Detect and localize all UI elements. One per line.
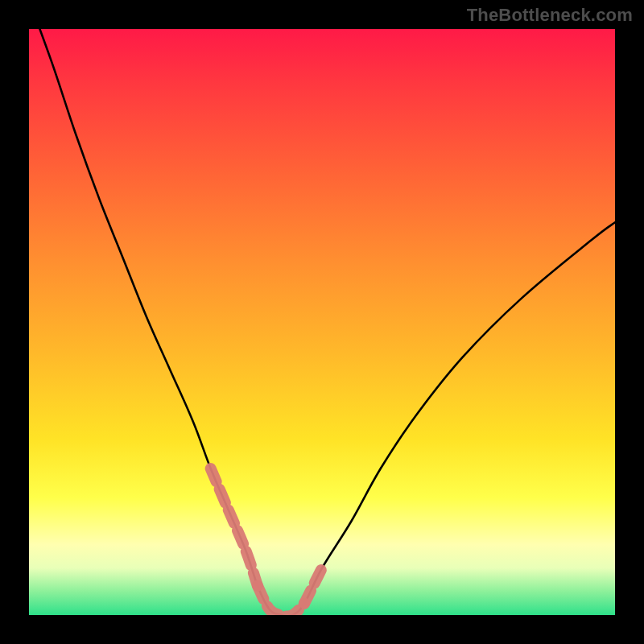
plot-area [29,29,615,615]
watermark-label: TheBottleneck.com [467,5,633,26]
curve-layer [29,29,615,615]
bottleneck-curve [29,29,615,615]
highlight-segment-1 [258,586,304,615]
chart-frame: TheBottleneck.com [0,0,644,644]
highlight-segment-2 [304,568,322,604]
highlight-segment-0 [211,469,258,586]
